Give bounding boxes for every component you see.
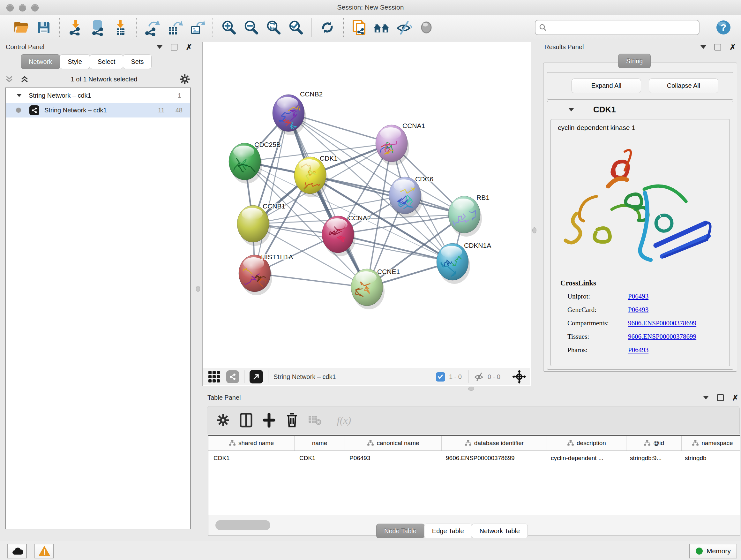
show-columns-icon[interactable] <box>238 412 254 428</box>
zoom-window-button[interactable] <box>31 4 39 11</box>
refresh-icon[interactable] <box>319 18 336 37</box>
edge-ccnb2-ccne1[interactable] <box>288 113 367 287</box>
import-network-from-database-icon[interactable] <box>89 18 107 37</box>
network-options-gear-icon[interactable] <box>179 74 190 84</box>
zoom-out-icon[interactable] <box>243 18 260 37</box>
bottom-splitter-handle[interactable] <box>468 387 474 391</box>
gene-section-header[interactable]: CDK1 <box>547 101 733 118</box>
column-header-database-identifier[interactable]: database identifier <box>442 436 547 450</box>
network-edge-count: 48 <box>176 107 183 114</box>
delete-table-icon <box>307 412 323 428</box>
zoom-selected-icon[interactable] <box>287 18 305 37</box>
help-icon[interactable]: ? <box>715 18 732 37</box>
warnings-button[interactable] <box>35 544 54 558</box>
control-panel-float-icon[interactable] <box>171 44 178 51</box>
column-header-name[interactable]: name <box>294 436 345 450</box>
column-header-shared-name[interactable]: shared name <box>208 436 294 450</box>
hide-selected-icon[interactable] <box>395 18 413 37</box>
add-column-icon[interactable] <box>261 412 277 428</box>
control-panel-close-icon[interactable]: ✗ <box>186 44 192 50</box>
export-network-icon[interactable] <box>144 18 161 37</box>
memory-button[interactable]: Memory <box>689 544 737 558</box>
crosslink-link[interactable]: P06493 <box>628 346 649 354</box>
node-hist1h1a[interactable]: HIST1H1A <box>239 253 293 295</box>
crosslink-row: Tissues:9606.ENSP00000378699 <box>567 333 727 341</box>
collapse-all-button[interactable]: Collapse All <box>649 78 718 93</box>
network-svg[interactable]: CCNB2CCNA1CDC25BCDK1CDC6RB1CCNB1CCNA2CDK… <box>203 42 530 368</box>
import-table-from-file-icon[interactable] <box>112 18 129 37</box>
import-string-network-icon[interactable] <box>351 18 368 37</box>
crosslink-link[interactable]: 9606.ENSP00000378699 <box>628 319 696 327</box>
node-label-rb1: RB1 <box>476 194 489 201</box>
import-network-from-file-icon[interactable] <box>67 18 84 37</box>
collapse-all-icon[interactable] <box>5 75 13 83</box>
birdseye-navigator-icon[interactable] <box>512 370 526 384</box>
table-panel-close-icon[interactable]: ✗ <box>732 395 738 400</box>
table-panel-float-icon[interactable] <box>717 394 724 401</box>
tab-edge-table[interactable]: Edge Table <box>424 523 472 538</box>
network-badge-icon[interactable] <box>226 370 239 383</box>
node-rb1[interactable]: RB1 <box>448 194 489 237</box>
expand-all-button[interactable]: Expand All <box>571 78 641 93</box>
column-header--id[interactable]: @id <box>626 436 682 450</box>
tab-node-table[interactable]: Node Table <box>376 523 424 538</box>
results-panel-close-icon[interactable]: ✗ <box>730 44 736 50</box>
control-panel-menu-icon[interactable] <box>157 45 162 49</box>
tab-sets[interactable]: Sets <box>123 54 151 69</box>
tab-network[interactable]: Network <box>21 54 60 69</box>
zoom-fit-content-icon[interactable] <box>265 18 282 37</box>
edge-ccnb2-hist1h1a[interactable] <box>255 113 288 273</box>
tab-string[interactable]: String <box>618 54 651 68</box>
node-cdk1[interactable]: CDK1 <box>294 154 338 197</box>
crosslink-link[interactable]: 9606.ENSP00000378699 <box>628 333 696 341</box>
crosslink-link[interactable]: P06493 <box>628 293 649 300</box>
node-label-ccna2: CCNA2 <box>348 214 371 222</box>
node-ccne1[interactable]: CCNE1 <box>351 268 400 309</box>
export-image-icon[interactable] <box>188 18 205 37</box>
search-input[interactable] <box>547 23 696 31</box>
minimize-window-button[interactable] <box>19 4 26 11</box>
table-options-gear-icon[interactable] <box>215 412 231 428</box>
detach-view-icon[interactable] <box>250 370 263 383</box>
results-panel-float-icon[interactable] <box>715 44 721 51</box>
hidden-eye-icon <box>474 372 484 381</box>
node-ccna1[interactable]: CCNA1 <box>376 122 425 165</box>
gene-collapse-icon[interactable] <box>568 108 574 111</box>
table-panel-menu-icon[interactable] <box>703 396 709 399</box>
grid-view-icon[interactable] <box>208 370 220 383</box>
column-header-namespace[interactable]: namespace <box>682 436 741 450</box>
hscrollbar-thumb[interactable] <box>215 520 270 530</box>
left-splitter-handle[interactable] <box>196 286 200 292</box>
tab-style[interactable]: Style <box>60 54 90 69</box>
selected-checkbox-icon[interactable] <box>436 372 445 381</box>
right-splitter-handle[interactable] <box>532 227 536 233</box>
column-header-canonical-name[interactable]: canonical name <box>345 436 442 450</box>
table-row[interactable]: CDK1CDK1P064939606.ENSP00000378699cyclin… <box>208 451 740 465</box>
network-collection-row[interactable]: String Network – cdk1 1 <box>6 88 190 103</box>
results-panel-menu-icon[interactable] <box>700 45 706 49</box>
expand-all-icon[interactable] <box>20 75 29 83</box>
node-ccnb1[interactable]: CCNB1 <box>237 202 285 246</box>
crosslink-link[interactable]: P06493 <box>628 306 649 314</box>
shared-column-icon <box>567 440 574 447</box>
network-view-toolbar: String Network – cdk1 1 - 0 0 - 0 <box>203 368 530 385</box>
save-session-icon[interactable] <box>35 18 52 37</box>
node-ccna2[interactable]: CCNA2 <box>322 214 371 256</box>
show-all-icon[interactable] <box>418 18 435 37</box>
column-header-description[interactable]: description <box>547 436 626 450</box>
home-icon[interactable] <box>373 18 390 37</box>
tab-network-table[interactable]: Network Table <box>472 523 528 538</box>
delete-column-icon[interactable] <box>284 412 300 428</box>
collection-collapse-icon[interactable] <box>17 94 22 97</box>
table-body: CDK1CDK1P064939606.ENSP00000378699cyclin… <box>208 451 740 465</box>
zoom-in-icon[interactable] <box>220 18 238 37</box>
open-session-icon[interactable] <box>13 18 30 37</box>
cloud-button[interactable] <box>7 544 27 558</box>
node-cdkn1a[interactable]: CDKN1A <box>436 242 491 284</box>
network-row[interactable]: String Network – cdk1 11 48 <box>6 103 190 118</box>
export-table-icon[interactable] <box>166 18 183 37</box>
memory-status-dot <box>696 548 703 555</box>
search-field[interactable] <box>535 20 699 35</box>
tab-select[interactable]: Select <box>90 54 124 69</box>
close-window-button[interactable] <box>6 4 14 11</box>
